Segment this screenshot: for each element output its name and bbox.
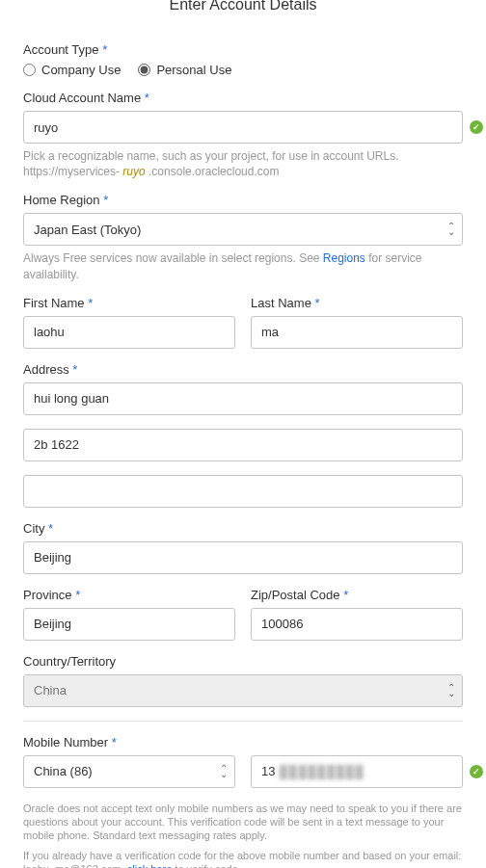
checkmark-icon <box>470 120 483 134</box>
label-text: Mobile Number <box>23 735 108 750</box>
country-select <box>23 674 463 707</box>
cloud-account-name-field: Cloud Account Name * Pick a recognizable… <box>23 91 463 179</box>
helper-post: .console.oraclecloud.com <box>146 165 280 178</box>
label-text: City <box>23 521 44 536</box>
radio-personal-label: Personal Use <box>156 63 231 77</box>
cloud-account-name-input[interactable] <box>23 111 463 144</box>
last-name-field: Last Name * <box>251 296 463 349</box>
city-input[interactable] <box>23 541 463 574</box>
click-here-link[interactable]: click here <box>127 863 172 868</box>
province-field: Province * <box>23 588 235 641</box>
city-label: City * <box>23 521 463 536</box>
first-name-field: First Name * <box>23 296 235 349</box>
home-region-label: Home Region * <box>23 193 463 207</box>
notice2-post: to verify code. <box>172 863 241 868</box>
mobile-notice-1: Oracle does not accept text only mobile … <box>23 802 463 843</box>
radio-company-label: Company Use <box>41 63 121 77</box>
label-text: Province <box>23 588 72 602</box>
address-field: Address * <box>23 362 463 508</box>
regions-link[interactable]: Regions <box>323 251 365 265</box>
radio-personal-input[interactable] <box>138 64 150 76</box>
page-title: Enter Account Details <box>23 0 463 13</box>
mobile-number-label: Mobile Number * <box>23 735 463 750</box>
label-text: Address <box>23 362 69 377</box>
last-name-input[interactable] <box>251 316 463 349</box>
mobile-number-field: Mobile Number * █████████ <box>23 735 463 788</box>
address-line1-input[interactable] <box>23 382 463 415</box>
country-field: Country/Territory <box>23 654 463 707</box>
notice2-pre: If you already have a verification code … <box>23 850 461 868</box>
helper-em: ruyo <box>122 165 145 178</box>
city-field: City * <box>23 521 463 574</box>
home-region-helper: Always Free services now available in se… <box>23 250 463 281</box>
label-text: First Name <box>23 296 85 310</box>
address-label: Address * <box>23 362 463 377</box>
cloud-account-helper: Pick a recognizable name, such as your p… <box>23 148 463 179</box>
label-text: Cloud Account Name <box>23 91 141 105</box>
zip-field: Zip/Postal Code * <box>251 588 463 641</box>
zip-label: Zip/Postal Code * <box>251 588 463 602</box>
label-text: Home Region <box>23 193 100 207</box>
first-name-input[interactable] <box>23 316 235 349</box>
mobile-country-code-select[interactable] <box>23 755 235 788</box>
cloud-account-name-label: Cloud Account Name * <box>23 91 463 105</box>
checkmark-icon <box>470 765 483 778</box>
label-text: Zip/Postal Code <box>251 588 340 602</box>
address-line3-input[interactable] <box>23 475 463 508</box>
masked-digits: █████████ <box>280 764 364 778</box>
home-region-select[interactable] <box>23 213 463 246</box>
radio-personal-use[interactable]: Personal Use <box>138 63 231 77</box>
zip-input[interactable] <box>251 608 463 641</box>
helper-pre: Always Free services now available in se… <box>23 251 323 265</box>
home-region-field: Home Region * Always Free services now a… <box>23 193 463 281</box>
account-type-field: Account Type * Company Use Personal Use <box>23 42 463 77</box>
country-label: Country/Territory <box>23 654 463 669</box>
first-name-label: First Name * <box>23 296 235 310</box>
radio-company-use[interactable]: Company Use <box>23 63 121 77</box>
account-type-label: Account Type * <box>23 42 463 57</box>
address-line2-input[interactable] <box>23 429 463 461</box>
label-text: Account Type <box>23 42 99 57</box>
mobile-notice-2: If you already have a verification code … <box>23 849 463 868</box>
label-text: Last Name <box>251 296 311 310</box>
divider <box>23 721 463 722</box>
province-input[interactable] <box>23 608 235 641</box>
province-label: Province * <box>23 588 235 602</box>
radio-company-input[interactable] <box>23 64 36 76</box>
last-name-label: Last Name * <box>251 296 463 310</box>
